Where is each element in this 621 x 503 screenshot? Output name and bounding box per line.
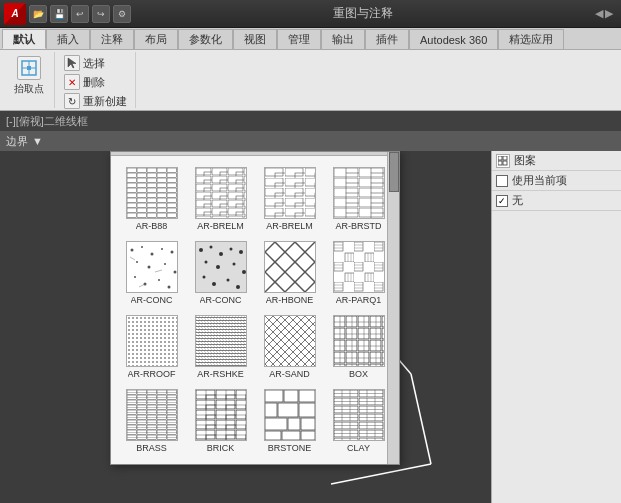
rebuild-btn[interactable]: ↻ 重新创建: [62, 92, 129, 110]
svg-rect-19: [334, 168, 384, 218]
hatch-ar-parq1-preview: [333, 241, 385, 293]
svg-rect-85: [196, 390, 246, 440]
svg-point-30: [134, 276, 136, 278]
svg-point-47: [202, 276, 205, 279]
delete-btn[interactable]: ✕ 删除: [62, 73, 129, 91]
svg-rect-3: [27, 66, 31, 70]
view-label[interactable]: [-][俯视]二维线框: [6, 114, 88, 129]
svg-point-39: [209, 246, 212, 249]
props-pattern-icon: [496, 154, 510, 168]
props-current-row[interactable]: 使用当前项: [492, 171, 621, 191]
hatch-brstone-label: BRSTONE: [268, 443, 311, 453]
hatch-ar-conc2[interactable]: AR-CONC: [188, 238, 253, 308]
svg-rect-86: [265, 390, 315, 440]
svg-point-33: [167, 286, 170, 289]
rebuild-label: 重新创建: [83, 94, 127, 109]
svg-point-29: [173, 271, 176, 274]
undo-btn[interactable]: ↩: [71, 5, 89, 23]
snap-point-btn[interactable]: 抬取点: [10, 54, 48, 98]
svg-point-42: [239, 250, 243, 254]
svg-rect-9: [127, 168, 177, 218]
hatch-ar-rshke[interactable]: AR-RSHKE: [188, 312, 253, 382]
hatch-ar-sand-label: AR-SAND: [269, 369, 310, 379]
props-none-checkbox[interactable]: ✓: [496, 195, 508, 207]
hatch-ar-rshke-label: AR-RSHKE: [197, 369, 244, 379]
open-btn[interactable]: 📂: [29, 5, 47, 23]
svg-point-38: [199, 248, 203, 252]
hatch-ar-conc-preview: [126, 241, 178, 293]
hatch-ar-brelm[interactable]: AR-BRELM: [188, 164, 253, 234]
svg-rect-79: [127, 390, 177, 440]
save-btn[interactable]: 💾: [50, 5, 68, 23]
hatch-ar-brelm-label: AR-BRELM: [197, 221, 244, 231]
props-none-row[interactable]: ✓ 无: [492, 191, 621, 211]
hatch-brass[interactable]: BRASS: [119, 386, 184, 456]
title-bar-left: A 📂 💾 ↩ ↪ ⚙: [4, 3, 131, 25]
hatch-ar-conc[interactable]: AR-CONC: [119, 238, 184, 308]
hatch-clay-label: CLAY: [347, 443, 370, 453]
title-arrows: ◀ ▶: [595, 7, 613, 20]
hatch-ar-brstd[interactable]: AR-BRSTD: [326, 164, 391, 234]
hatch-ar-conc-label: AR-CONC: [131, 295, 173, 305]
svg-point-32: [158, 279, 160, 281]
delete-icon: ✕: [64, 74, 80, 90]
hatch-ar-parq1-label: AR-PARQ1: [336, 295, 381, 305]
content-area: AR-B88: [0, 151, 621, 503]
tab-manage[interactable]: 管理: [277, 29, 321, 49]
hatch-ar-rroof-preview: [126, 315, 178, 367]
hatch-brick-label: BRICK: [207, 443, 235, 453]
tab-layout[interactable]: 布局: [134, 29, 178, 49]
snap-icon: [17, 56, 41, 80]
tab-parametric[interactable]: 参数化: [178, 29, 233, 49]
hatch-ar-parq1[interactable]: AR-PARQ1: [326, 238, 391, 308]
hatch-brstone[interactable]: BRSTONE: [257, 386, 322, 456]
popup-scrollbar[interactable]: [387, 152, 399, 464]
props-current-label: 使用当前项: [512, 173, 567, 188]
hatch-ar-rroof[interactable]: AR-RROOF: [119, 312, 184, 382]
hatch-ar-hbone-preview: [264, 241, 316, 293]
tab-plugins[interactable]: 插件: [365, 29, 409, 49]
settings-btn[interactable]: ⚙: [113, 5, 131, 23]
select-btn[interactable]: 选择: [62, 54, 129, 72]
tab-view[interactable]: 视图: [233, 29, 277, 49]
hatch-ar-conc2-label: AR-CONC: [200, 295, 242, 305]
hatch-pattern-popup[interactable]: AR-B88: [110, 151, 400, 465]
svg-point-46: [242, 270, 246, 274]
hatch-ar-brstd-preview: [333, 167, 385, 219]
select-label: 选择: [83, 56, 105, 71]
hatch-ar-b88[interactable]: AR-B88: [119, 164, 184, 234]
svg-rect-20: [127, 242, 177, 292]
tab-annotation[interactable]: 注释: [90, 29, 134, 49]
tab-autodesk360[interactable]: Autodesk 360: [409, 29, 498, 49]
window-title: 重图与注释: [131, 5, 595, 22]
hatch-box-preview: [333, 315, 385, 367]
svg-rect-76: [334, 316, 384, 366]
tab-output[interactable]: 输出: [321, 29, 365, 49]
hatch-brick[interactable]: BRICK: [188, 386, 253, 456]
popup-scrollbar-thumb[interactable]: [389, 152, 399, 192]
hatch-clay[interactable]: CLAY: [326, 386, 391, 456]
tab-featured[interactable]: 精选应用: [498, 29, 564, 49]
hatch-box[interactable]: BOX: [326, 312, 391, 382]
svg-point-24: [161, 248, 163, 250]
tab-default[interactable]: 默认: [2, 29, 46, 49]
hatch-ar-sand-preview: [264, 315, 316, 367]
edit-group: 选择 ✕ 删除 ↻ 重新创建: [56, 52, 136, 108]
hatch-ar-sand[interactable]: AR-SAND: [257, 312, 322, 382]
properties-panel: 图案 使用当前项 ✓ 无: [491, 151, 621, 503]
svg-point-26: [136, 261, 138, 263]
hatch-ar-b88-label: AR-B88: [136, 221, 168, 231]
hatch-ar-brelm2-label: AR-BRELM: [266, 221, 313, 231]
hatch-clay-preview: [333, 389, 385, 441]
hatch-ar-brelm2[interactable]: AR-BRELM: [257, 164, 322, 234]
redo-btn[interactable]: ↪: [92, 5, 110, 23]
hatch-brick-preview: [195, 389, 247, 441]
ribbon-content: 抬取点 选择 ✕ 删除 ↻: [0, 50, 621, 110]
props-current-checkbox[interactable]: [496, 175, 508, 187]
hatch-ar-hbone[interactable]: AR-HBONE: [257, 238, 322, 308]
tab-insert[interactable]: 插入: [46, 29, 90, 49]
svg-point-27: [147, 266, 150, 269]
hatch-ar-brelm2-preview: [264, 167, 316, 219]
canvas-area: AR-B88: [0, 151, 491, 503]
svg-point-43: [204, 261, 207, 264]
